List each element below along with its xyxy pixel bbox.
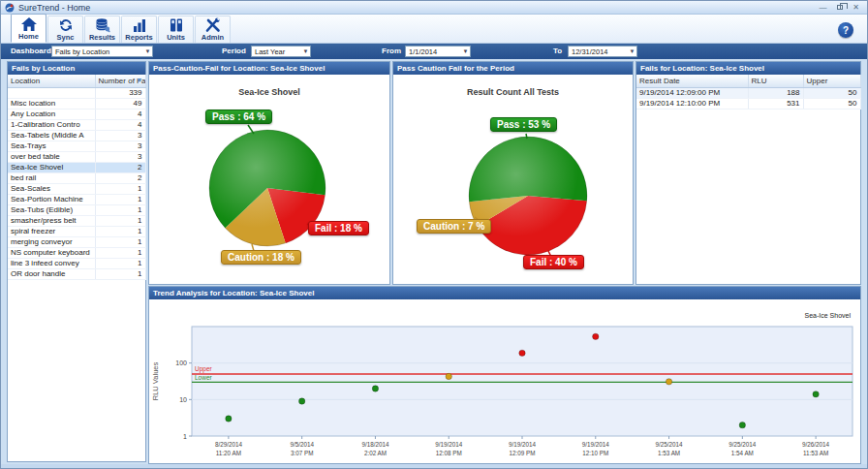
tab-results[interactable]: Results bbox=[84, 16, 120, 43]
restore-button[interactable] bbox=[832, 3, 847, 13]
cell-value: 1 bbox=[95, 247, 145, 258]
chevron-down-icon: ▼ bbox=[461, 48, 470, 54]
cell-label: 1-Calibration Contro bbox=[8, 119, 95, 130]
table-row[interactable]: Sea-Tubs (Edible)1 bbox=[8, 204, 145, 215]
panel-header: Trend Analysis for Location: Sea-Ice Sho… bbox=[149, 287, 860, 299]
tab-label: Sync bbox=[57, 33, 75, 42]
pass-slice-label: Pass : 53 % bbox=[490, 117, 557, 132]
table-row[interactable]: spiral freezer1 bbox=[8, 226, 145, 236]
column-header-result-date[interactable]: Result Date bbox=[636, 75, 748, 87]
table-row[interactable]: bed rail2 bbox=[8, 172, 145, 183]
panel-header: Pass Caution Fail for the Period bbox=[393, 62, 633, 75]
panel-header: Fails by Location bbox=[8, 62, 145, 75]
x-tick-date: 9/19/2014 bbox=[509, 441, 537, 448]
help-button[interactable]: ? bbox=[838, 22, 853, 38]
tab-label: Reports bbox=[125, 33, 152, 42]
table-row[interactable]: line 3 infeed convey1 bbox=[8, 258, 145, 268]
pass-slice-label: Pass : 64 % bbox=[205, 109, 272, 124]
table-row[interactable]: over bed table3 bbox=[8, 151, 145, 162]
to-label: To bbox=[553, 47, 562, 55]
cell-value: 1 bbox=[95, 226, 145, 236]
cell-label: bed rail bbox=[8, 172, 95, 183]
column-header-number-of-fails[interactable]: Number of Fails▼ bbox=[95, 75, 145, 87]
from-date-value: 1/1/2014 bbox=[409, 47, 437, 56]
minimize-button[interactable]: — bbox=[816, 3, 830, 13]
period-select-value: Last Year bbox=[255, 47, 285, 56]
data-point-fail bbox=[593, 333, 599, 339]
restore-icon bbox=[837, 5, 843, 10]
cell-value: 531 bbox=[748, 98, 803, 109]
tab-sync[interactable]: Sync bbox=[47, 16, 83, 43]
cell-label: 9/19/2014 12:09:00 PM bbox=[636, 87, 748, 98]
cell-label bbox=[8, 87, 95, 98]
chevron-down-icon: ▼ bbox=[628, 48, 636, 54]
fail-slice-label: Fail : 40 % bbox=[523, 255, 584, 269]
table-row[interactable]: Sea-Trays3 bbox=[8, 141, 145, 151]
cell-value: 1 bbox=[95, 268, 145, 279]
column-header-location[interactable]: Location bbox=[8, 75, 95, 87]
y-axis-label: RLU Values bbox=[151, 362, 160, 401]
cell-label: spiral freezer bbox=[8, 226, 95, 236]
data-point-pass bbox=[813, 391, 819, 397]
cell-label: Misc location bbox=[8, 98, 95, 109]
x-tick-date: 9/19/2014 bbox=[435, 441, 463, 448]
admin-tools-icon bbox=[204, 17, 222, 33]
table-row[interactable]: Sea-Tabels (Middle A3 bbox=[8, 130, 145, 141]
cell-label: Any Location bbox=[8, 109, 95, 119]
x-tick-time: 12:08 PM bbox=[436, 450, 462, 456]
table-row[interactable]: 9/19/2014 12:10:00 PM53150 bbox=[636, 98, 860, 109]
cell-value: 1 bbox=[95, 236, 145, 247]
panel-header: Fails for Location: Sea-Ice Shovel bbox=[636, 62, 860, 75]
table-row[interactable]: Misc location49 bbox=[8, 98, 145, 109]
sync-icon bbox=[57, 17, 75, 33]
table-row[interactable]: smasher/press belt1 bbox=[8, 215, 145, 226]
table-row[interactable]: NS computer keyboard1 bbox=[8, 247, 145, 258]
pass-caution-fail-period-panel: Pass Caution Fail for the Period Result … bbox=[392, 61, 634, 285]
close-button[interactable]: ✕ bbox=[849, 3, 863, 13]
cell-label: Sea-Trays bbox=[8, 141, 95, 151]
table-row[interactable]: 9/19/2014 12:09:00 PM18850 bbox=[636, 87, 860, 98]
x-tick-time: 12:10 PM bbox=[582, 450, 608, 456]
tab-units[interactable]: Units bbox=[158, 16, 194, 43]
table-row[interactable]: OR door handle1 bbox=[8, 268, 145, 279]
x-tick-time: 11:53 AM bbox=[803, 450, 828, 456]
data-point-fail bbox=[519, 350, 525, 356]
tab-reports[interactable]: Reports bbox=[121, 16, 157, 43]
from-date-select[interactable]: 1/1/2014 ▼ bbox=[405, 46, 471, 57]
x-tick-time: 3:07 PM bbox=[291, 450, 313, 456]
dashboard-select[interactable]: Fails by Location ▼ bbox=[51, 46, 153, 57]
fails-for-location-table: Result Date RLU Upper 9/19/2014 12:09:00… bbox=[636, 75, 861, 109]
pie-sheen bbox=[469, 137, 587, 255]
to-date-select[interactable]: 12/31/2014 ▼ bbox=[568, 46, 637, 57]
cell-label: smasher/press belt bbox=[8, 215, 95, 226]
column-header-upper[interactable]: Upper bbox=[803, 75, 860, 87]
table-row[interactable]: Sea-Ice Shovel2 bbox=[8, 162, 145, 172]
lower_limit-label: Lower bbox=[195, 374, 213, 381]
cell-label: NS computer keyboard bbox=[8, 247, 95, 258]
x-tick-date: 9/5/2014 bbox=[290, 441, 314, 448]
y-tick-label: 100 bbox=[175, 360, 187, 366]
from-label: From bbox=[382, 47, 401, 55]
cell-label: over bed table bbox=[8, 151, 95, 162]
results-database-icon bbox=[94, 17, 111, 33]
cell-value: 1 bbox=[95, 194, 145, 204]
y-tick-label: 10 bbox=[179, 396, 187, 403]
series-legend: Sea-Ice Shovel bbox=[805, 312, 852, 319]
cell-label: Sea-Tabels (Middle A bbox=[8, 130, 95, 141]
tab-admin[interactable]: Admin bbox=[195, 16, 231, 43]
app-logo-icon bbox=[5, 3, 15, 13]
cell-label: Sea-Scales bbox=[8, 183, 95, 194]
cell-value: 2 bbox=[95, 162, 145, 172]
trend-scatter-chart: 110100UpperLower8/29/201411:20 AM9/5/201… bbox=[149, 299, 860, 463]
table-row[interactable]: Any Location4 bbox=[8, 109, 145, 119]
column-header-rlu[interactable]: RLU bbox=[748, 75, 803, 87]
trend-analysis-panel: Trend Analysis for Location: Sea-Ice Sho… bbox=[148, 286, 861, 464]
table-row[interactable]: Sea-Portion Machine1 bbox=[8, 194, 145, 204]
table-row[interactable]: 1-Calibration Contro4 bbox=[8, 119, 145, 130]
sort-arrow-icon: ▼ bbox=[137, 77, 143, 83]
tab-home[interactable]: Home bbox=[11, 14, 46, 43]
table-row[interactable]: Sea-Scales1 bbox=[8, 183, 145, 194]
period-select[interactable]: Last Year ▼ bbox=[251, 46, 311, 57]
table-row[interactable]: 339 bbox=[8, 87, 145, 98]
table-row[interactable]: merging conveyor1 bbox=[8, 236, 145, 247]
